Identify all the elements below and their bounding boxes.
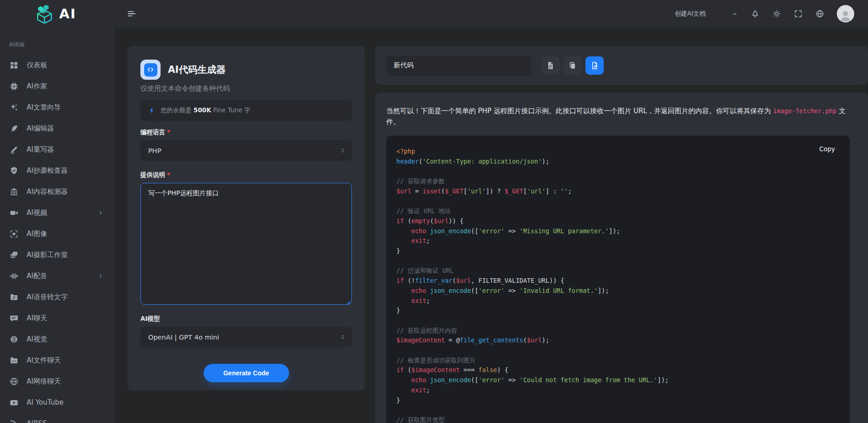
document-icon	[546, 61, 555, 70]
code-line	[396, 346, 840, 356]
sidebar-item-12[interactable]: AI聊天	[0, 308, 115, 329]
copy-code-button[interactable]: Copy	[817, 145, 838, 153]
code-line: exit;	[396, 296, 840, 306]
duplicate-document-button[interactable]	[563, 56, 582, 75]
code-line: exit;	[396, 236, 840, 246]
copy-pages-icon	[568, 61, 577, 70]
rss-icon	[9, 419, 19, 423]
sidebar: AI面板 仪表板AIAI作家AI文章向导AI编辑器AI重写器AI抄袭检查器AI内…	[0, 27, 115, 423]
sidebar-item-16[interactable]: AI YouTube	[0, 392, 115, 413]
sidebar-item-1[interactable]: AIAI作家	[0, 76, 115, 97]
code-block: Copy <?phpheader('Content-Type: applicat…	[386, 136, 850, 423]
code-line: }	[396, 246, 840, 256]
sidebar-item-label: AI文件聊天	[27, 356, 61, 365]
photo-studio-icon	[9, 250, 19, 260]
shield-check-icon	[9, 166, 19, 176]
sidebar-item-3[interactable]: AI编辑器	[0, 118, 115, 139]
fullscreen-icon[interactable]	[794, 9, 803, 18]
sidebar-item-label: AI视频	[27, 209, 47, 217]
code-line: // 验证 URL 地址	[396, 206, 840, 216]
save-document-button[interactable]	[585, 56, 604, 75]
code-content: <?phpheader('Content-Type: application/j…	[396, 147, 840, 423]
code-line	[396, 405, 840, 415]
balance-amount: 500K	[194, 106, 211, 114]
sidebar-item-8[interactable]: AI图像	[0, 223, 115, 244]
code-line	[396, 197, 840, 207]
code-line: echo json_encode(['error' => 'Invalid UR…	[396, 286, 840, 296]
sun-icon[interactable]	[772, 9, 781, 18]
waveform-icon	[9, 271, 19, 281]
sidebar-item-label: AI图像	[27, 230, 47, 238]
generator-badge	[140, 60, 161, 80]
quill-icon	[9, 124, 19, 133]
sidebar-item-5[interactable]: AI抄袭检查器	[0, 160, 115, 181]
model-label: AI模型	[140, 315, 352, 323]
user-avatar[interactable]	[837, 5, 854, 22]
sidebar-item-7[interactable]: AI视频	[0, 202, 115, 223]
top-navbar: AI 创建AI文档	[0, 0, 868, 27]
sidebar-item-2[interactable]: AI文章向导	[0, 97, 115, 118]
detector-icon	[9, 187, 19, 197]
select-chevron-icon	[339, 147, 346, 154]
sidebar-item-label: AI配音	[27, 272, 47, 280]
code-line: // 获取远程图片内容	[396, 326, 840, 336]
ai-chip-icon: AI	[9, 82, 19, 91]
new-document-button[interactable]	[541, 56, 560, 75]
language-label: 编程语言*	[140, 128, 352, 137]
chat-bubble-icon	[9, 313, 19, 323]
sidebar-menu: 仪表板AIAI作家AI文章向导AI编辑器AI重写器AI抄袭检查器AI内容检测器A…	[0, 55, 115, 423]
sidebar-item-10[interactable]: AI配音	[0, 265, 115, 286]
create-ai-doc-dropdown[interactable]: 创建AI文档	[675, 10, 706, 18]
code-line	[396, 316, 840, 326]
code-line: }	[396, 396, 840, 406]
sidebar-item-label: 仪表板	[27, 61, 47, 70]
code-line: // 获取图片类型	[396, 415, 840, 423]
chevron-up-icon[interactable]	[731, 11, 738, 17]
sidebar-item-14[interactable]: AI文件聊天	[0, 350, 115, 371]
instructions-textarea[interactable]: 写一个PHP远程图片接口	[141, 183, 351, 304]
sidebar-item-label: AI网络聊天	[27, 377, 61, 386]
brain-icon	[9, 335, 19, 344]
sidebar-item-label: AI文章向导	[27, 103, 61, 112]
image-focus-icon	[9, 229, 19, 239]
bell-icon[interactable]	[751, 9, 760, 18]
globe-icon[interactable]	[815, 9, 824, 18]
sidebar-item-9[interactable]: AI摄影工作室	[0, 244, 115, 265]
code-line: echo json_encode(['error' => 'Missing UR…	[396, 226, 840, 236]
folder-chat-icon	[9, 356, 19, 365]
code-line: $url = isset($_GET['url']) ? $_GET['url'…	[396, 187, 840, 197]
generator-header: AI代码生成器	[140, 60, 352, 80]
code-generator-panel: AI代码生成器 仅使用文本命令创建各种代码 您的余额是 500K Fine Tu…	[128, 46, 365, 390]
sidebar-item-17[interactable]: AIRSS	[0, 413, 115, 423]
document-title-input[interactable]	[386, 55, 531, 76]
sidebar-item-6[interactable]: AI内容检测器	[0, 181, 115, 202]
document-toolbar-card	[375, 46, 868, 85]
page-subtitle: 仅使用文本命令创建各种代码	[140, 84, 352, 93]
sidebar-item-label: AI内容检测器	[27, 187, 68, 196]
app-logo[interactable]: AI	[0, 4, 76, 23]
globe-icon	[9, 377, 19, 386]
sidebar-item-label: AI视觉	[27, 335, 47, 344]
resize-grip-icon[interactable]	[345, 298, 351, 303]
sidebar-item-11[interactable]: AI语音转文字	[0, 286, 115, 308]
hamburger-icon[interactable]	[127, 9, 137, 19]
save-edit-icon	[590, 61, 599, 70]
sidebar-item-15[interactable]: AI网络聊天	[0, 371, 115, 392]
bolt-icon	[148, 107, 156, 114]
model-select[interactable]: OpenAI | GPT 4o mini	[140, 327, 352, 347]
language-select[interactable]: PHP	[140, 140, 352, 161]
generate-code-button[interactable]: Generate Code	[204, 364, 289, 382]
dashboard-grid-icon	[9, 60, 19, 70]
navbar-actions: 创建AI文档	[675, 5, 868, 22]
sidebar-item-13[interactable]: AI视觉	[0, 329, 115, 350]
document-toolbar	[541, 56, 604, 75]
sidebar-item-0[interactable]: 仪表板	[0, 55, 115, 76]
sidebar-item-label: AIRSS	[27, 419, 47, 423]
sparkles-icon	[9, 103, 19, 112]
sidebar-item-4[interactable]: AI重写器	[0, 139, 115, 160]
sidebar-item-label: AI作家	[27, 82, 47, 91]
page-title: AI代码生成器	[168, 63, 226, 76]
code-line	[396, 166, 840, 176]
balance-text: 您的余额是 500K Fine Tune 字	[161, 106, 250, 115]
code-line: header('Content-Type: application/json')…	[396, 157, 840, 167]
